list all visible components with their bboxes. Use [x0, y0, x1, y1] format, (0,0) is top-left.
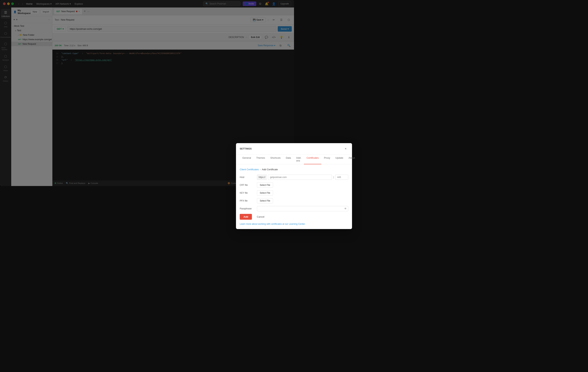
cert-breadcrumb-parent[interactable]: Client Certificates: [240, 168, 259, 171]
crt-row: CRT file Select File: [240, 182, 294, 186]
cert-breadcrumb-separator: ›: [260, 168, 261, 171]
tab-data[interactable]: Data: [283, 155, 294, 164]
app-window: ‹ › Home Workspaces ▾ API Network ▾ Expl…: [0, 0, 294, 186]
crt-field: Select File: [257, 182, 294, 186]
modal-title: SETTINGS: [240, 147, 252, 150]
modal-body: Client Certificates › Add Certificate Ho…: [236, 164, 294, 186]
cert-breadcrumb: Client Certificates › Add Certificate: [240, 168, 294, 171]
tab-add-ons[interactable]: Add-ons: [294, 155, 294, 164]
host-input[interactable]: [268, 175, 294, 180]
host-label: Host: [240, 176, 255, 178]
cert-breadcrumb-current: Add Certificate: [262, 168, 278, 171]
modal-tabs: General Themes Shortcuts Data Add-ons Ce…: [236, 155, 294, 164]
settings-modal: SETTINGS × General Themes Shortcuts Data…: [236, 143, 294, 186]
modal-overlay: SETTINGS × General Themes Shortcuts Data…: [0, 0, 294, 186]
tab-general[interactable]: General: [240, 155, 253, 164]
modal-header: SETTINGS ×: [236, 143, 294, 155]
crt-label: CRT file: [240, 184, 255, 186]
host-row: Host https:// :: [240, 175, 294, 180]
tab-themes[interactable]: Themes: [253, 155, 268, 164]
host-field: https:// :: [257, 175, 294, 180]
crt-select-button[interactable]: Select File: [257, 182, 273, 186]
host-prefix: https://: [257, 175, 267, 180]
tab-shortcuts[interactable]: Shortcuts: [268, 155, 283, 164]
